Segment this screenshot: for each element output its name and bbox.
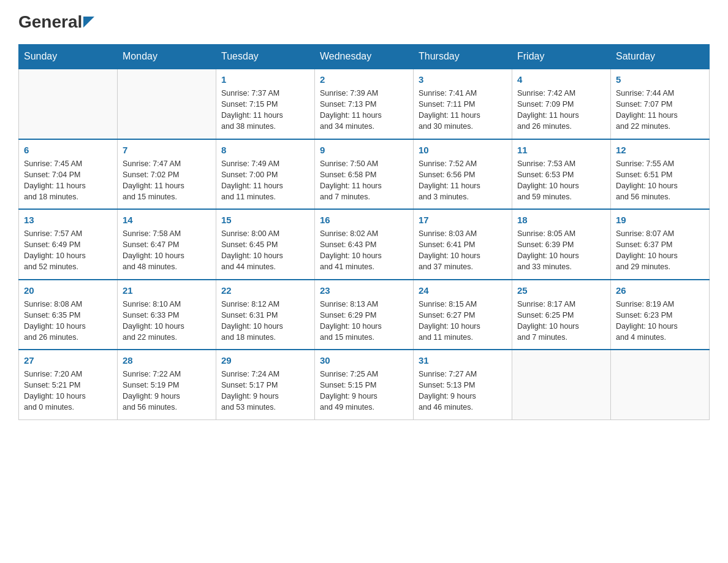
day-info: Sunrise: 8:07 AMSunset: 6:37 PMDaylight:… [616,228,704,273]
day-number: 27 [24,354,112,367]
day-info: Sunrise: 7:25 AMSunset: 5:15 PMDaylight:… [320,369,408,413]
day-info: Sunrise: 7:45 AMSunset: 7:04 PMDaylight:… [24,158,112,203]
day-number: 25 [517,284,605,297]
day-number: 5 [616,73,704,86]
calendar-cell: 8Sunrise: 7:49 AMSunset: 7:00 PMDaylight… [216,139,315,210]
day-number: 15 [221,213,309,226]
calendar-cell: 27Sunrise: 7:20 AMSunset: 5:21 PMDayligh… [19,350,118,419]
day-number: 12 [616,144,704,156]
calendar-cell: 28Sunrise: 7:22 AMSunset: 5:19 PMDayligh… [118,350,216,419]
calendar-cell: 7Sunrise: 7:47 AMSunset: 7:02 PMDaylight… [118,139,216,210]
calendar-cell: 10Sunrise: 7:52 AMSunset: 6:56 PMDayligh… [414,139,512,210]
col-header-wednesday: Wednesday [315,45,414,69]
calendar-cell: 31Sunrise: 7:27 AMSunset: 5:13 PMDayligh… [414,350,512,419]
day-info: Sunrise: 7:42 AMSunset: 7:09 PMDaylight:… [517,88,605,132]
calendar-cell: 18Sunrise: 8:05 AMSunset: 6:39 PMDayligh… [512,209,611,280]
day-number: 1 [221,73,309,86]
calendar-cell: 25Sunrise: 8:17 AMSunset: 6:25 PMDayligh… [512,280,611,350]
day-info: Sunrise: 8:15 AMSunset: 6:27 PMDaylight:… [419,299,507,343]
day-info: Sunrise: 8:10 AMSunset: 6:33 PMDaylight:… [123,299,211,343]
day-number: 3 [419,73,507,86]
day-info: Sunrise: 8:19 AMSunset: 6:23 PMDaylight:… [616,299,704,343]
calendar-cell: 26Sunrise: 8:19 AMSunset: 6:23 PMDayligh… [611,280,710,350]
day-number: 9 [320,144,408,156]
day-info: Sunrise: 7:24 AMSunset: 5:17 PMDaylight:… [221,369,309,413]
calendar-cell: 16Sunrise: 8:02 AMSunset: 6:43 PMDayligh… [315,209,414,280]
day-info: Sunrise: 7:37 AMSunset: 7:15 PMDaylight:… [221,88,309,132]
day-info: Sunrise: 8:08 AMSunset: 6:35 PMDaylight:… [24,299,112,343]
day-number: 24 [419,284,507,297]
calendar-table: SundayMondayTuesdayWednesdayThursdayFrid… [18,44,710,420]
day-info: Sunrise: 7:52 AMSunset: 6:56 PMDaylight:… [419,158,507,203]
calendar-cell: 20Sunrise: 8:08 AMSunset: 6:35 PMDayligh… [19,280,118,350]
calendar-cell [611,350,710,419]
day-info: Sunrise: 7:22 AMSunset: 5:19 PMDaylight:… [123,369,211,413]
col-header-monday: Monday [118,45,216,69]
calendar-cell [19,69,118,139]
calendar-cell: 11Sunrise: 7:53 AMSunset: 6:53 PMDayligh… [512,139,611,210]
day-number: 18 [517,213,605,226]
day-number: 19 [616,213,704,226]
col-header-tuesday: Tuesday [216,45,315,69]
col-header-thursday: Thursday [414,45,512,69]
calendar-cell: 5Sunrise: 7:44 AMSunset: 7:07 PMDaylight… [611,69,710,139]
day-number: 13 [24,213,112,226]
day-number: 29 [221,354,309,367]
calendar-cell: 14Sunrise: 7:58 AMSunset: 6:47 PMDayligh… [118,209,216,280]
col-header-sunday: Sunday [19,45,118,69]
calendar-cell: 30Sunrise: 7:25 AMSunset: 5:15 PMDayligh… [315,350,414,419]
day-number: 8 [221,144,309,156]
day-info: Sunrise: 7:41 AMSunset: 7:11 PMDaylight:… [419,88,507,132]
day-number: 20 [24,284,112,297]
calendar-cell: 1Sunrise: 7:37 AMSunset: 7:15 PMDaylight… [216,69,315,139]
calendar-cell: 19Sunrise: 8:07 AMSunset: 6:37 PMDayligh… [611,209,710,280]
day-number: 23 [320,284,408,297]
calendar-cell: 21Sunrise: 8:10 AMSunset: 6:33 PMDayligh… [118,280,216,350]
calendar-cell: 13Sunrise: 7:57 AMSunset: 6:49 PMDayligh… [19,209,118,280]
calendar-cell: 24Sunrise: 8:15 AMSunset: 6:27 PMDayligh… [414,280,512,350]
day-number: 4 [517,73,605,86]
calendar-cell: 23Sunrise: 8:13 AMSunset: 6:29 PMDayligh… [315,280,414,350]
calendar-cell [118,69,216,139]
day-info: Sunrise: 8:12 AMSunset: 6:31 PMDaylight:… [221,299,309,343]
logo-general-text: General [18,12,82,32]
day-number: 21 [123,284,211,297]
calendar-week-row: 13Sunrise: 7:57 AMSunset: 6:49 PMDayligh… [19,209,710,280]
day-info: Sunrise: 8:00 AMSunset: 6:45 PMDaylight:… [221,228,309,273]
day-number: 30 [320,354,408,367]
day-info: Sunrise: 7:53 AMSunset: 6:53 PMDaylight:… [517,158,605,203]
day-info: Sunrise: 7:47 AMSunset: 7:02 PMDaylight:… [123,158,211,203]
logo-arrow-icon [83,17,94,30]
col-header-friday: Friday [512,45,611,69]
calendar-cell: 15Sunrise: 8:00 AMSunset: 6:45 PMDayligh… [216,209,315,280]
calendar-cell: 6Sunrise: 7:45 AMSunset: 7:04 PMDaylight… [19,139,118,210]
day-info: Sunrise: 7:39 AMSunset: 7:13 PMDaylight:… [320,88,408,132]
calendar-week-row: 27Sunrise: 7:20 AMSunset: 5:21 PMDayligh… [19,350,710,419]
day-number: 26 [616,284,704,297]
day-info: Sunrise: 8:02 AMSunset: 6:43 PMDaylight:… [320,228,408,273]
day-info: Sunrise: 7:55 AMSunset: 6:51 PMDaylight:… [616,158,704,203]
calendar-week-row: 6Sunrise: 7:45 AMSunset: 7:04 PMDaylight… [19,139,710,210]
day-info: Sunrise: 7:44 AMSunset: 7:07 PMDaylight:… [616,88,704,132]
day-info: Sunrise: 7:58 AMSunset: 6:47 PMDaylight:… [123,228,211,273]
day-number: 22 [221,284,309,297]
calendar-cell: 22Sunrise: 8:12 AMSunset: 6:31 PMDayligh… [216,280,315,350]
calendar-cell: 9Sunrise: 7:50 AMSunset: 6:58 PMDaylight… [315,139,414,210]
logo: General [18,12,94,32]
calendar-cell: 29Sunrise: 7:24 AMSunset: 5:17 PMDayligh… [216,350,315,419]
day-number: 17 [419,213,507,226]
day-info: Sunrise: 7:50 AMSunset: 6:58 PMDaylight:… [320,158,408,203]
day-info: Sunrise: 8:17 AMSunset: 6:25 PMDaylight:… [517,299,605,343]
day-number: 14 [123,213,211,226]
day-info: Sunrise: 8:05 AMSunset: 6:39 PMDaylight:… [517,228,605,273]
calendar-cell: 4Sunrise: 7:42 AMSunset: 7:09 PMDaylight… [512,69,611,139]
day-info: Sunrise: 8:03 AMSunset: 6:41 PMDaylight:… [419,228,507,273]
page-header: General [18,12,710,32]
calendar-week-row: 20Sunrise: 8:08 AMSunset: 6:35 PMDayligh… [19,280,710,350]
day-info: Sunrise: 7:49 AMSunset: 7:00 PMDaylight:… [221,158,309,203]
calendar-cell: 12Sunrise: 7:55 AMSunset: 6:51 PMDayligh… [611,139,710,210]
day-number: 6 [24,144,112,156]
day-info: Sunrise: 8:13 AMSunset: 6:29 PMDaylight:… [320,299,408,343]
day-number: 2 [320,73,408,86]
calendar-cell: 2Sunrise: 7:39 AMSunset: 7:13 PMDaylight… [315,69,414,139]
